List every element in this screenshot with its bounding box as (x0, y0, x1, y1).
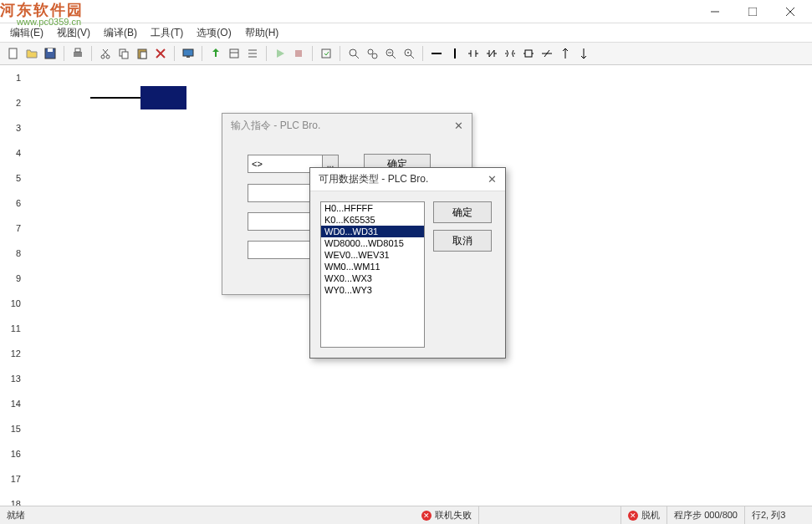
stop-icon[interactable] (290, 45, 307, 62)
list-item[interactable]: K0...K65535 (321, 214, 424, 226)
menu-options[interactable]: 选项(O) (190, 24, 237, 42)
copy-icon[interactable] (115, 45, 132, 62)
not-icon[interactable] (539, 45, 555, 62)
contact-no-icon[interactable] (465, 45, 482, 62)
toolbar (0, 42, 812, 65)
open-file-icon[interactable] (23, 45, 40, 62)
dialog-title-text: 可用数据类型 - PLC Bro. (319, 172, 428, 186)
svg-rect-4 (9, 48, 17, 59)
bookmark-icon[interactable] (401, 45, 417, 62)
coil-icon[interactable] (502, 45, 518, 62)
find-icon[interactable] (345, 45, 362, 62)
replace-icon[interactable] (364, 45, 380, 62)
line-number: 4 (0, 140, 31, 165)
svg-line-48 (489, 50, 494, 57)
line-number: 7 (0, 216, 31, 241)
svg-rect-26 (295, 50, 302, 57)
list-item[interactable]: WD8000...WD8015 (321, 237, 424, 249)
function-icon[interactable] (520, 45, 537, 62)
list-item[interactable]: WX0...WX3 (321, 272, 424, 284)
menu-help[interactable]: 帮助(H) (238, 24, 286, 42)
status-connection: ✕ 联机失败 (415, 506, 479, 524)
list-item[interactable]: H0...HFFFF (321, 202, 424, 214)
svg-line-33 (392, 55, 396, 59)
line-number: 15 (0, 416, 31, 441)
rising-edge-icon[interactable] (557, 45, 574, 62)
list-item[interactable]: WD0...WD31 (321, 226, 424, 237)
list-item[interactable]: WY0...WY3 (321, 284, 424, 296)
line-gutter: 123456789101112131415161718 (0, 65, 32, 522)
monitor-icon[interactable] (180, 45, 197, 62)
compile-icon[interactable] (318, 45, 335, 62)
menu-compile[interactable]: 编译(B) (97, 24, 144, 42)
dialog-titlebar[interactable]: 输入指令 - PLC Bro. ✕ (222, 114, 472, 137)
line-number: 13 (0, 366, 31, 391)
dialog-titlebar[interactable]: 可用数据类型 - PLC Bro. ✕ (310, 168, 505, 191)
svg-rect-20 (186, 56, 190, 58)
line-number: 1 (0, 65, 31, 90)
menu-edit[interactable]: 编辑(E) (3, 24, 50, 42)
list-item[interactable]: WEV0...WEV31 (321, 249, 424, 261)
status-blank (479, 506, 621, 524)
line-number: 14 (0, 391, 31, 416)
svg-line-29 (355, 55, 359, 59)
menu-view[interactable]: 视图(V) (50, 24, 97, 42)
data-types-dialog: 可用数据类型 - PLC Bro. ✕ H0...HFFFFK0...K6553… (309, 167, 506, 359)
line-number: 6 (0, 191, 31, 216)
menu-tools[interactable]: 工具(T) (144, 24, 190, 42)
cut-icon[interactable] (97, 45, 114, 62)
ladder-vert-icon[interactable] (447, 45, 463, 62)
delete-icon[interactable] (152, 45, 169, 62)
title-bar: 河东软件园 www.pc0359.cn (0, 0, 812, 23)
svg-point-10 (106, 55, 110, 59)
list-icon[interactable] (244, 45, 261, 62)
svg-rect-27 (322, 49, 330, 58)
svg-point-31 (372, 53, 377, 59)
goto-icon[interactable] (382, 45, 399, 62)
svg-rect-14 (122, 52, 128, 59)
close-icon[interactable]: ✕ (454, 120, 463, 132)
new-file-icon[interactable] (5, 45, 22, 62)
upload-icon[interactable] (207, 45, 224, 62)
cancel-button[interactable]: 取消 (433, 230, 492, 252)
run-icon[interactable] (272, 45, 289, 62)
svg-rect-52 (525, 50, 532, 57)
line-number: 11 (0, 316, 31, 341)
close-icon[interactable]: ✕ (488, 173, 497, 186)
svg-rect-1 (748, 8, 757, 16)
list-item[interactable]: WM0...WM11 (321, 261, 424, 272)
line-number: 10 (0, 291, 31, 316)
ladder-element-selected[interactable] (140, 86, 186, 109)
line-number: 16 (0, 441, 31, 466)
line-number: 3 (0, 115, 31, 140)
falling-edge-icon[interactable] (575, 45, 592, 62)
maximize-button[interactable] (733, 0, 771, 23)
contact-nc-icon[interactable] (483, 45, 500, 62)
minimize-button[interactable] (696, 0, 733, 23)
error-icon: ✕ (421, 511, 432, 521)
close-button[interactable] (771, 0, 809, 23)
line-number: 9 (0, 266, 31, 291)
svg-rect-8 (75, 48, 80, 52)
status-bar: 就绪 ✕ 联机失败 ✕ 脱机 程序步 000/800 行2, 列3 (0, 506, 812, 524)
status-position: 行2, 列3 (745, 506, 812, 524)
data-types-list[interactable]: H0...HFFFFK0...K65535WD0...WD31WD8000...… (320, 201, 425, 348)
status-ready: 就绪 (0, 506, 32, 524)
svg-rect-19 (183, 49, 193, 56)
line-number: 5 (0, 165, 31, 191)
svg-point-37 (407, 52, 409, 53)
line-number: 8 (0, 241, 31, 266)
line-number: 12 (0, 341, 31, 366)
ladder-wire (90, 97, 140, 99)
save-icon[interactable] (42, 45, 59, 62)
paste-icon[interactable] (134, 45, 151, 62)
svg-rect-16 (140, 52, 146, 59)
menu-bar: 编辑(E) 视图(V) 编译(B) 工具(T) 选项(O) 帮助(H) (0, 23, 812, 42)
line-number: 17 (0, 466, 31, 491)
download-icon[interactable] (226, 45, 243, 62)
svg-rect-6 (48, 48, 53, 52)
ladder-line-icon[interactable] (428, 45, 445, 62)
print-icon[interactable] (69, 45, 86, 62)
ok-button[interactable]: 确定 (433, 201, 492, 223)
svg-rect-7 (74, 52, 82, 57)
